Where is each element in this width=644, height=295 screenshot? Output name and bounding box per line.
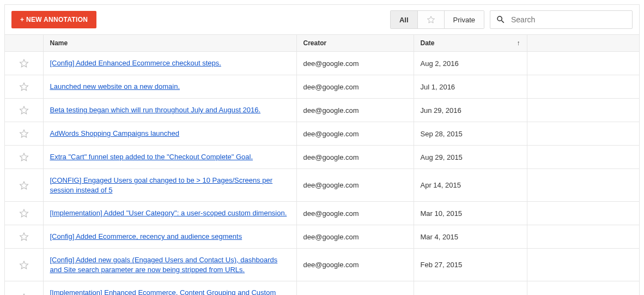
- row-name-cell: Extra "Cart" funnel step added to the "C…: [43, 146, 296, 169]
- annotation-link[interactable]: [Implementation] Enhanced Ecommerce, Con…: [50, 288, 290, 295]
- star-icon[interactable]: [19, 208, 29, 218]
- annotation-link[interactable]: [Implementation] Added "User Category": …: [50, 208, 287, 218]
- row-date-cell: Aug 2, 2016: [414, 52, 527, 75]
- row-date-cell: Jun 29, 2016: [414, 99, 527, 122]
- table-row: Launched new website on a new domain.dee…: [5, 75, 639, 99]
- table-row: [Implementation] Added "User Category": …: [5, 202, 639, 225]
- sort-ascending-icon: ↑: [517, 39, 520, 47]
- row-star-cell: [5, 249, 43, 281]
- star-icon[interactable]: [19, 152, 29, 162]
- annotation-link[interactable]: [Config] Added new goals (Engaged Users …: [50, 255, 290, 274]
- row-creator-cell: dee@google.com: [296, 146, 414, 169]
- annotations-table: Name Creator Date ↑ [Config] Added Enhan…: [5, 34, 639, 295]
- table-header-row: Name Creator Date ↑: [5, 35, 639, 52]
- annotation-link[interactable]: [CONFIG] Engaged Users goal changed to b…: [50, 176, 290, 195]
- row-date-cell: Mar 4, 2015: [414, 225, 527, 249]
- row-creator-cell: dee@google.com: [296, 281, 414, 295]
- table-row: [Config] Added Ecommerce, recency and au…: [5, 225, 639, 249]
- svg-marker-9: [20, 261, 28, 269]
- star-icon[interactable]: [19, 260, 29, 270]
- search-icon: [496, 15, 506, 25]
- row-extra-cell: [527, 169, 639, 202]
- toolbar: + NEW ANNOTATION All Private: [5, 5, 639, 34]
- svg-marker-5: [20, 153, 28, 161]
- svg-marker-6: [20, 182, 28, 189]
- row-star-cell: [5, 169, 43, 202]
- row-date-cell: Apr 14, 2015: [414, 169, 527, 202]
- row-name-cell: [CONFIG] Engaged Users goal changed to b…: [43, 169, 296, 202]
- row-creator-cell: dee@google.com: [296, 249, 414, 281]
- row-star-cell: [5, 99, 43, 122]
- annotations-panel: + NEW ANNOTATION All Private Name Creato…: [4, 4, 640, 295]
- star-icon[interactable]: [19, 232, 29, 242]
- annotation-link[interactable]: Beta testing began which will run throug…: [50, 105, 261, 115]
- table-row: [Config] Added new goals (Engaged Users …: [5, 249, 639, 281]
- row-extra-cell: [527, 52, 639, 75]
- row-creator-cell: dee@google.com: [296, 225, 414, 249]
- annotation-link[interactable]: AdWords Shopping Campaigns launched: [50, 129, 180, 139]
- row-name-cell: [Config] Added new goals (Engaged Users …: [43, 249, 296, 281]
- row-extra-cell: [527, 281, 639, 295]
- annotation-link[interactable]: Extra "Cart" funnel step added to the "C…: [50, 152, 253, 162]
- svg-marker-1: [20, 59, 28, 67]
- row-star-cell: [5, 52, 43, 75]
- star-icon[interactable]: [19, 293, 29, 295]
- column-star[interactable]: [5, 35, 43, 52]
- row-extra-cell: [527, 122, 639, 146]
- star-icon[interactable]: [19, 58, 29, 68]
- column-date[interactable]: Date ↑: [414, 35, 527, 52]
- annotation-link[interactable]: [Config] Added Enhanced Ecommerce checko…: [50, 58, 221, 68]
- filter-all-button[interactable]: All: [391, 11, 418, 28]
- row-star-cell: [5, 75, 43, 99]
- row-date-cell: Aug 29, 2015: [414, 146, 527, 169]
- row-creator-cell: dee@google.com: [296, 122, 414, 146]
- annotation-link[interactable]: Launched new website on a new domain.: [50, 82, 180, 92]
- row-name-cell: [Config] Added Enhanced Ecommerce checko…: [43, 52, 296, 75]
- filter-private-button[interactable]: Private: [445, 11, 484, 28]
- annotation-link[interactable]: [Config] Added Ecommerce, recency and au…: [50, 232, 242, 242]
- row-name-cell: [Config] Added Ecommerce, recency and au…: [43, 225, 296, 249]
- row-extra-cell: [527, 249, 639, 281]
- new-annotation-button[interactable]: + NEW ANNOTATION: [11, 11, 96, 28]
- row-creator-cell: dee@google.com: [296, 75, 414, 99]
- filter-starred-button[interactable]: [418, 11, 445, 28]
- row-creator-cell: dee@google.com: [296, 202, 414, 225]
- star-icon[interactable]: [19, 180, 29, 190]
- column-extra: [527, 35, 639, 52]
- row-extra-cell: [527, 202, 639, 225]
- svg-marker-0: [427, 16, 434, 23]
- row-extra-cell: [527, 75, 639, 99]
- row-name-cell: [Implementation] Enhanced Ecommerce, Con…: [43, 281, 296, 295]
- row-star-cell: [5, 146, 43, 169]
- svg-marker-2: [20, 83, 28, 91]
- row-creator-cell: dee@google.com: [296, 99, 414, 122]
- row-extra-cell: [527, 99, 639, 122]
- column-creator[interactable]: Creator: [296, 35, 414, 52]
- row-star-cell: [5, 225, 43, 249]
- table-row: Beta testing began which will run throug…: [5, 99, 639, 122]
- table-row: [Config] Added Enhanced Ecommerce checko…: [5, 52, 639, 75]
- star-icon[interactable]: [19, 82, 29, 92]
- row-date-cell: Mar 10, 2015: [414, 202, 527, 225]
- column-date-label: Date: [421, 39, 435, 47]
- row-star-cell: [5, 281, 43, 295]
- column-name[interactable]: Name: [43, 35, 296, 52]
- table-row: AdWords Shopping Campaigns launcheddee@g…: [5, 122, 639, 146]
- row-extra-cell: [527, 225, 639, 249]
- row-name-cell: [Implementation] Added "User Category": …: [43, 202, 296, 225]
- row-name-cell: Launched new website on a new domain.: [43, 75, 296, 99]
- svg-marker-4: [20, 130, 28, 137]
- row-date-cell: Sep 28, 2015: [414, 122, 527, 146]
- star-icon[interactable]: [19, 105, 29, 115]
- table-row: Extra "Cart" funnel step added to the "C…: [5, 146, 639, 169]
- row-date-cell: Jul 1, 2016: [414, 75, 527, 99]
- row-star-cell: [5, 122, 43, 146]
- row-extra-cell: [527, 146, 639, 169]
- star-icon: [427, 15, 435, 24]
- svg-marker-7: [20, 209, 28, 217]
- star-icon[interactable]: [19, 129, 29, 139]
- svg-marker-8: [20, 233, 28, 240]
- row-creator-cell: dee@google.com: [296, 169, 414, 202]
- search-field[interactable]: [490, 10, 633, 29]
- search-input[interactable]: [506, 15, 627, 25]
